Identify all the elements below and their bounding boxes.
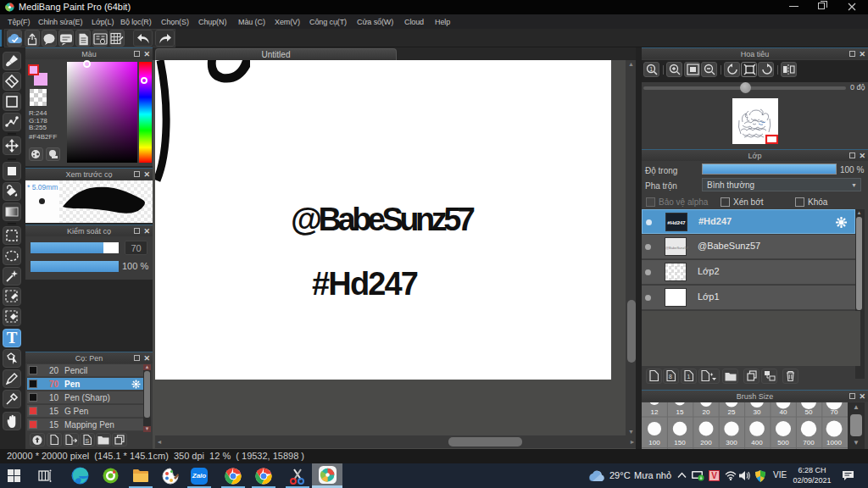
svg-text:300: 300 <box>726 439 737 446</box>
svg-text:S: S <box>86 438 90 444</box>
svg-text:8: 8 <box>669 374 672 380</box>
svg-text:12: 12 <box>651 408 659 416</box>
svg-text:400: 400 <box>751 439 763 446</box>
svg-text:150: 150 <box>674 439 686 446</box>
svg-text:500: 500 <box>777 439 789 446</box>
svg-text:30: 30 <box>754 408 761 416</box>
svg-text:#Hd247: #Hd247 <box>312 266 419 302</box>
svg-text:700: 700 <box>803 439 815 446</box>
svg-text:25: 25 <box>728 408 736 416</box>
svg-text:1: 1 <box>649 66 653 72</box>
svg-text:100: 100 <box>648 439 660 446</box>
svg-text:40: 40 <box>780 408 787 416</box>
svg-text:15: 15 <box>676 408 684 416</box>
svg-text:70: 70 <box>831 408 838 416</box>
svg-text:1: 1 <box>687 374 691 380</box>
svg-text:@BabeSunz57: @BabeSunz57 <box>291 202 476 237</box>
svg-text:1000: 1000 <box>826 439 842 446</box>
svg-text:200: 200 <box>700 439 712 446</box>
svg-text:50: 50 <box>805 408 813 416</box>
svg-text:20: 20 <box>703 408 710 416</box>
